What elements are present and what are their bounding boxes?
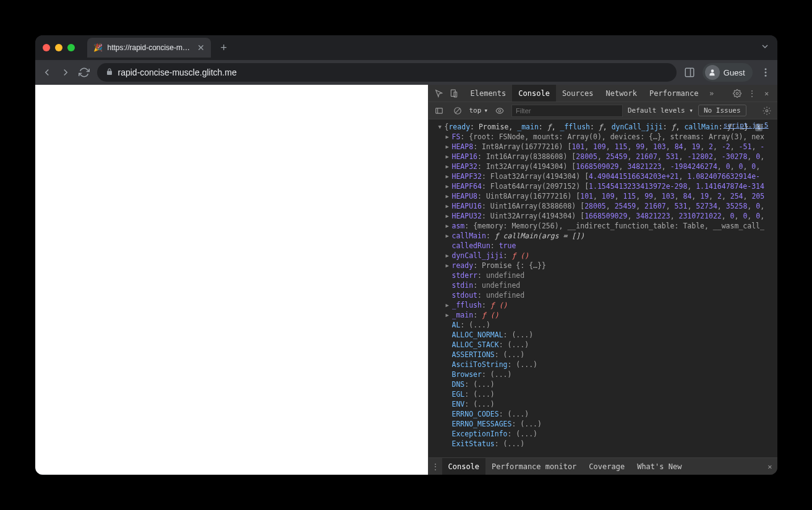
- svg-rect-0: [685, 68, 694, 77]
- tab-title: https://rapid-concise-muscle.g: [108, 43, 192, 52]
- drawer-menu-icon[interactable]: ⋮: [429, 460, 442, 473]
- tab-list-button[interactable]: [760, 41, 770, 54]
- inspect-element-icon[interactable]: [432, 87, 446, 100]
- devtools-panel: ElementsConsoleSourcesNetworkPerformance…: [428, 85, 777, 475]
- svg-rect-9: [435, 108, 442, 113]
- devtools-tab-performance[interactable]: Performance: [643, 85, 704, 102]
- property-row[interactable]: callMain: ƒ callMain(args = []): [446, 231, 775, 241]
- property-row[interactable]: Browser: (...): [446, 370, 775, 379]
- profile-label: Guest: [724, 68, 745, 77]
- property-row[interactable]: HEAP8: Int8Array(16777216) [101, 109, 11…: [446, 142, 775, 152]
- profile-badge[interactable]: Guest: [703, 63, 753, 82]
- property-row[interactable]: ALLOC_STACK: (...): [446, 340, 775, 350]
- settings-icon[interactable]: [730, 87, 744, 100]
- svg-point-14: [766, 110, 768, 112]
- property-row[interactable]: HEAP32: Int32Array(4194304) [1668509029,…: [446, 162, 775, 171]
- panel-toggle-icon[interactable]: [684, 67, 695, 78]
- back-button[interactable]: [41, 67, 53, 78]
- svg-point-5: [764, 75, 766, 77]
- new-tab-button[interactable]: +: [217, 41, 231, 54]
- clear-console-icon[interactable]: [451, 104, 464, 118]
- property-row[interactable]: stdout: undefined: [446, 290, 775, 300]
- maximize-window-button[interactable]: [67, 44, 75, 51]
- filter-input[interactable]: [511, 105, 623, 117]
- address-bar[interactable]: rapid-concise-muscle.glitch.me: [97, 63, 677, 82]
- live-expression-icon[interactable]: [493, 104, 506, 118]
- property-row[interactable]: HEAPU32: Uint32Array(4194304) [166850902…: [446, 211, 775, 221]
- browser-menu-button[interactable]: [760, 67, 771, 78]
- console-toolbar: top ▾ Default levels ▾ No Issues: [429, 102, 777, 119]
- svg-point-8: [736, 92, 738, 95]
- property-row[interactable]: EGL: (...): [446, 389, 775, 399]
- property-row[interactable]: ENV: (...): [446, 399, 775, 409]
- devtools-menu-icon[interactable]: ⋮: [745, 87, 759, 100]
- sidebar-toggle-icon[interactable]: [432, 104, 446, 118]
- property-row[interactable]: ALLOC_NORMAL: (...): [446, 330, 775, 340]
- more-tabs-icon[interactable]: »: [705, 87, 719, 100]
- reload-button[interactable]: [79, 67, 90, 78]
- property-row[interactable]: HEAPU8: Uint8Array(16777216) [101, 109, …: [446, 191, 775, 201]
- drawer-tab-coverage[interactable]: Coverage: [583, 458, 631, 475]
- property-row[interactable]: ExceptionInfo: (...): [446, 429, 775, 439]
- close-tab-icon[interactable]: ✕: [197, 43, 205, 53]
- property-row[interactable]: stdin: undefined: [446, 280, 775, 290]
- property-row[interactable]: HEAPF64: Float64Array(2097152) [1.154541…: [446, 181, 775, 191]
- lock-icon: [106, 67, 113, 77]
- browser-window: 🎉 https://rapid-concise-muscle.g ✕ + rap…: [35, 35, 777, 475]
- property-row[interactable]: _fflush: ƒ (): [446, 300, 775, 310]
- svg-point-4: [764, 72, 766, 74]
- traffic-lights: [43, 44, 75, 51]
- property-row[interactable]: _main: ƒ (): [446, 310, 775, 320]
- console-output[interactable]: script.js:5 {{ready: Promise, _main: ƒ, …: [429, 119, 777, 457]
- svg-point-13: [498, 110, 501, 112]
- context-selector[interactable]: top ▾: [469, 106, 489, 115]
- tab-favicon: 🎉: [93, 43, 103, 52]
- issues-button[interactable]: No Issues: [698, 105, 746, 116]
- property-row[interactable]: FS: {root: FSNode, mounts: Array(0), dev…: [446, 132, 775, 142]
- property-row[interactable]: HEAPU16: Uint16Array(8388608) [28005, 25…: [446, 201, 775, 211]
- minimize-window-button[interactable]: [55, 44, 62, 51]
- drawer-tab-console[interactable]: Console: [442, 458, 486, 475]
- property-row[interactable]: ASSERTIONS: (...): [446, 350, 775, 360]
- device-toggle-icon[interactable]: [447, 87, 461, 100]
- log-levels-dropdown[interactable]: Default levels ▾: [628, 106, 693, 115]
- property-row[interactable]: AsciiToString: (...): [446, 360, 775, 370]
- close-window-button[interactable]: [43, 44, 50, 51]
- devtools-tab-bar: ElementsConsoleSourcesNetworkPerformance…: [429, 85, 777, 102]
- devtools-tab-console[interactable]: Console: [512, 85, 556, 102]
- property-row[interactable]: DNS: (...): [446, 379, 775, 389]
- svg-line-12: [455, 108, 459, 113]
- chevron-down-icon: ▾: [484, 106, 488, 115]
- close-drawer-icon[interactable]: ✕: [763, 462, 777, 471]
- drawer-tab-what's-new[interactable]: What's New: [631, 458, 688, 475]
- property-row[interactable]: asm: {memory: Memory(256), __indirect_fu…: [446, 221, 775, 231]
- property-row[interactable]: HEAPF32: Float32Array(4194304) [4.490441…: [446, 171, 775, 181]
- svg-rect-6: [451, 90, 455, 97]
- source-link[interactable]: script.js:5: [724, 121, 769, 131]
- avatar-icon: [705, 65, 720, 80]
- property-row[interactable]: ERRNO_CODES: (...): [446, 409, 775, 419]
- content-area: ElementsConsoleSourcesNetworkPerformance…: [35, 85, 777, 475]
- devtools-tab-network[interactable]: Network: [599, 85, 643, 102]
- close-devtools-icon[interactable]: ✕: [760, 87, 774, 100]
- browser-tab[interactable]: 🎉 https://rapid-concise-muscle.g ✕: [87, 38, 211, 58]
- property-row[interactable]: calledRun: true: [446, 241, 775, 251]
- page-viewport[interactable]: [35, 85, 428, 475]
- toolbar: rapid-concise-muscle.glitch.me Guest: [35, 60, 777, 85]
- property-row[interactable]: ready: Promise {: {…}}: [446, 261, 775, 270]
- property-row[interactable]: HEAP16: Int16Array(8388608) [28005, 2545…: [446, 152, 775, 162]
- devtools-tab-elements[interactable]: Elements: [464, 85, 513, 102]
- property-row[interactable]: AL: (...): [446, 320, 775, 330]
- property-row[interactable]: dynCall_jiji: ƒ (): [446, 251, 775, 261]
- console-settings-icon[interactable]: [760, 104, 774, 118]
- devtools-drawer: ⋮ ConsolePerformance monitorCoverageWhat…: [429, 457, 777, 475]
- forward-button[interactable]: [60, 67, 71, 78]
- url-text: rapid-concise-muscle.glitch.me: [118, 67, 237, 77]
- devtools-tab-sources[interactable]: Sources: [556, 85, 600, 102]
- property-row[interactable]: stderr: undefined: [446, 270, 775, 280]
- svg-point-2: [711, 69, 714, 72]
- property-row[interactable]: ExitStatus: (...): [446, 439, 775, 449]
- property-row[interactable]: ERRNO_MESSAGES: (...): [446, 419, 775, 429]
- drawer-tab-performance-monitor[interactable]: Performance monitor: [485, 458, 583, 475]
- svg-point-3: [764, 68, 766, 70]
